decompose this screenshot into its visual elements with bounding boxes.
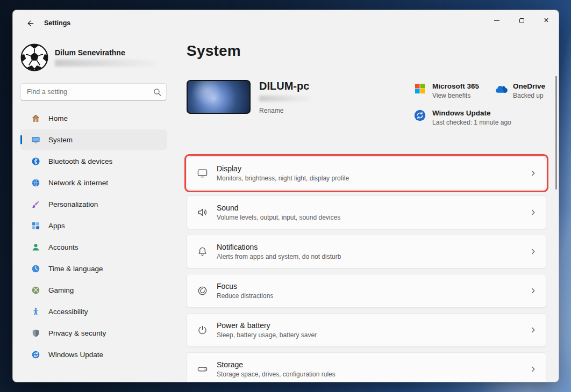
settings-card-power-battery[interactable]: Power & battery Sleep, battery usage, ba…	[187, 313, 546, 347]
minimize-button[interactable]	[484, 10, 509, 31]
time-language-icon	[31, 264, 40, 273]
card-subtitle: Monitors, brightness, night light, displ…	[217, 175, 349, 182]
home-icon	[31, 114, 40, 123]
status-subtitle: View benefits	[432, 92, 479, 99]
sidebar-item-label: Windows Update	[48, 351, 103, 359]
status-title: OneDrive	[513, 82, 545, 90]
close-button[interactable]: ×	[534, 10, 559, 31]
sidebar-item-accessibility[interactable]: Accessibility	[20, 301, 167, 322]
sidebar-item-label: Bluetooth & devices	[48, 157, 112, 165]
sidebar-item-system[interactable]: System	[20, 129, 167, 150]
chevron-right-icon	[529, 326, 537, 334]
main-content: System DILUM-pc Rename Microsoft 365 Vie…	[174, 36, 559, 382]
minimize-icon	[494, 20, 499, 21]
back-arrow-icon	[26, 19, 34, 27]
device-info: DILUM-pc Rename	[259, 80, 310, 114]
scrollbar[interactable]	[555, 76, 557, 190]
sidebar-item-accounts[interactable]: Accounts	[20, 237, 167, 257]
sidebar-item-network-internet[interactable]: Network & internet	[20, 172, 167, 193]
rename-link[interactable]: Rename	[259, 107, 310, 114]
card-title: Power & battery	[217, 321, 317, 330]
status-panel: Microsoft 365 View benefits OneDrive Bac…	[413, 80, 545, 126]
status-text: Windows Update Last checked: 1 minute ag…	[432, 109, 511, 126]
device-thumbnail	[187, 80, 251, 114]
sidebar-nav: Home System Bluetooth & devices Network …	[20, 108, 167, 366]
card-title: Notifications	[217, 243, 341, 251]
device-name: DILUM-pc	[259, 80, 310, 92]
card-title: Focus	[217, 282, 273, 291]
sidebar-item-gaming[interactable]: Gaming	[20, 280, 167, 300]
windows-update-icon	[31, 350, 40, 359]
status-subtitle: Backed up	[513, 92, 545, 99]
status-title: Microsoft 365	[432, 82, 479, 90]
sidebar-item-label: Gaming	[48, 286, 74, 294]
accounts-icon	[31, 243, 40, 252]
desktop-wallpaper: Settings × Dilum Senevirathne	[0, 0, 571, 392]
card-subtitle: Alerts from apps and system, do not dist…	[217, 253, 341, 260]
card-subtitle: Storage space, drives, configuration rul…	[217, 371, 336, 378]
sidebar-item-time-language[interactable]: Time & language	[20, 258, 167, 279]
card-text: Focus Reduce distractions	[217, 282, 273, 300]
status-title: Windows Update	[432, 109, 511, 117]
page-title: System	[187, 42, 546, 60]
user-profile-text: Dilum Senevirathne	[55, 48, 157, 67]
sound-icon	[197, 207, 208, 218]
settings-card-storage[interactable]: Storage Storage space, drives, configura…	[187, 352, 546, 382]
sidebar-item-bluetooth-devices[interactable]: Bluetooth & devices	[20, 151, 167, 171]
bluetooth-icon	[31, 157, 40, 166]
sidebar-item-label: Personalization	[48, 200, 98, 208]
maximize-icon	[519, 18, 524, 23]
windows-update-status-icon	[413, 109, 427, 122]
focus-icon	[197, 285, 208, 296]
accessibility-icon	[31, 307, 40, 316]
chevron-right-icon	[529, 208, 537, 216]
sidebar-item-label: Accessibility	[48, 308, 88, 316]
settings-window: Settings × Dilum Senevirathne	[12, 10, 559, 382]
card-title: Storage	[217, 360, 336, 369]
maximize-button[interactable]	[509, 10, 534, 31]
card-subtitle: Volume levels, output, input, sound devi…	[217, 214, 340, 221]
sidebar-item-privacy-security[interactable]: Privacy & security	[20, 323, 167, 343]
sidebar-item-personalization[interactable]: Personalization	[20, 194, 167, 214]
settings-card-sound[interactable]: Sound Volume levels, output, input, soun…	[187, 195, 546, 229]
settings-card-notifications[interactable]: Notifications Alerts from apps and syste…	[187, 235, 546, 268]
system-icon	[31, 135, 40, 144]
user-profile[interactable]: Dilum Senevirathne	[20, 39, 167, 77]
status-item-windows-update[interactable]: Windows Update Last checked: 1 minute ag…	[413, 109, 545, 126]
card-text: Display Monitors, brightness, night ligh…	[217, 164, 349, 182]
window-controls: ×	[484, 10, 559, 31]
status-item-onedrive[interactable]: OneDrive Backed up	[494, 82, 545, 99]
sidebar: Dilum Senevirathne Home System Bluetooth…	[13, 36, 174, 382]
card-text: Storage Storage space, drives, configura…	[217, 360, 336, 378]
titlebar: Settings ×	[13, 10, 559, 36]
sidebar-item-windows-update[interactable]: Windows Update	[20, 344, 167, 365]
sidebar-item-label: Accounts	[48, 243, 78, 251]
card-subtitle: Sleep, battery usage, battery saver	[217, 331, 317, 339]
storage-icon	[197, 364, 208, 375]
search-input[interactable]	[20, 83, 167, 100]
user-name: Dilum Senevirathne	[55, 48, 157, 57]
search-box	[20, 83, 167, 100]
personalization-icon	[31, 200, 40, 209]
window-title: Settings	[44, 19, 70, 27]
search-icon	[153, 88, 162, 97]
back-button[interactable]	[22, 14, 39, 32]
user-email-redacted	[55, 60, 157, 67]
chevron-right-icon	[529, 248, 537, 256]
status-subtitle: Last checked: 1 minute ago	[432, 119, 511, 126]
device-model-redacted	[259, 96, 310, 101]
sidebar-item-label: Home	[48, 114, 68, 122]
chevron-right-icon	[529, 169, 537, 177]
status-item-microsoft-365[interactable]: Microsoft 365 View benefits	[413, 82, 494, 99]
settings-card-display[interactable]: Display Monitors, brightness, night ligh…	[187, 156, 546, 190]
sidebar-item-home[interactable]: Home	[20, 108, 167, 128]
settings-card-focus[interactable]: Focus Reduce distractions	[187, 274, 546, 308]
power-icon	[197, 324, 208, 336]
apps-icon	[31, 221, 40, 230]
sidebar-item-label: Apps	[48, 222, 65, 230]
privacy-icon	[31, 329, 40, 338]
microsoft-365-icon	[413, 82, 427, 95]
sidebar-item-apps[interactable]: Apps	[20, 215, 167, 236]
gaming-icon	[31, 286, 40, 295]
notifications-icon	[197, 246, 208, 257]
